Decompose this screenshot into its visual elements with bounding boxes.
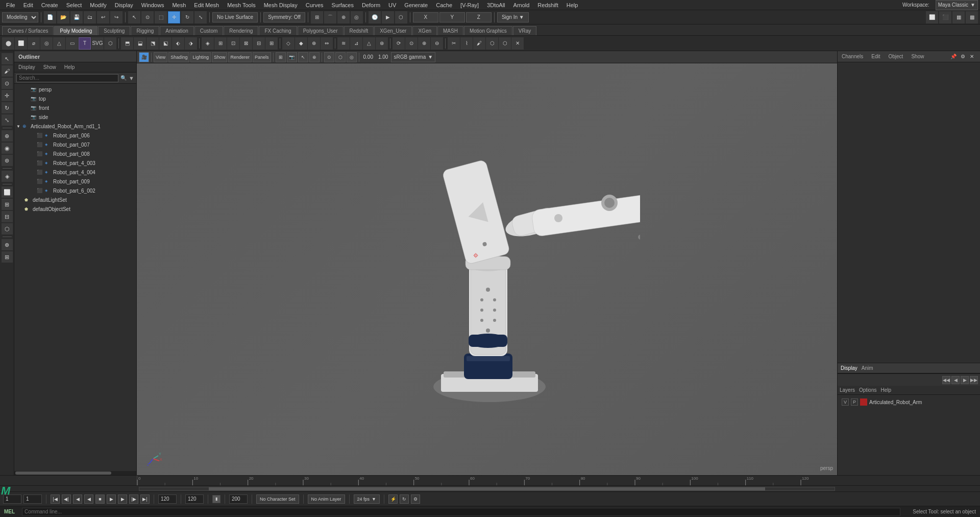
menu-windows[interactable]: Windows	[137, 0, 168, 10]
lasso-mode-btn[interactable]: ⊙	[2, 78, 13, 89]
tab-vray[interactable]: VRay	[513, 26, 536, 35]
vt-grid-btn[interactable]: ⊞	[276, 52, 286, 62]
rb-anim-tab[interactable]: Anim	[862, 365, 873, 371]
go-to-end-btn[interactable]: ▶|	[140, 495, 150, 504]
menu-mesh-display[interactable]: Mesh Display	[260, 0, 302, 10]
outliner-item-robot-007[interactable]: ⬛ ◈ Robot_part_007	[14, 140, 136, 149]
connection-editor-btn[interactable]: ⊞	[2, 251, 13, 263]
rotate-mode-btn[interactable]: ↻	[2, 102, 13, 113]
shelf-extrude[interactable]: ⬒	[121, 37, 133, 50]
shelf-free-form[interactable]: ⬡	[104, 37, 116, 50]
tab-rendering[interactable]: Rendering	[224, 26, 258, 35]
viewport-canvas[interactable]: persp Y X Z	[137, 63, 837, 475]
vt-lighting-menu[interactable]: Lighting	[190, 52, 211, 62]
shelf-cube[interactable]: ⬜	[15, 37, 27, 50]
outliner-item-robot-4003[interactable]: ⬛ ◈ Robot_part_4_003	[14, 158, 136, 168]
vt-wireframe-btn[interactable]: ⬡	[335, 52, 346, 62]
frame-end1-field[interactable]	[158, 495, 177, 504]
snap-point-btn[interactable]: ⊕	[337, 11, 350, 24]
timeline-scroll[interactable]	[0, 485, 980, 491]
select-tool-btn[interactable]: ↖	[128, 11, 140, 24]
shelf-extra-3[interactable]: ✕	[511, 37, 524, 50]
vt-renderer-menu[interactable]: Renderer	[228, 52, 252, 62]
rb-display-tab[interactable]: Display	[841, 365, 857, 371]
menu-select[interactable]: Select	[62, 0, 86, 10]
tab-mash[interactable]: MASH	[437, 26, 463, 35]
tab-curves-surfaces[interactable]: Curves / Surfaces	[2, 26, 54, 35]
rotate-btn[interactable]: ↻	[181, 11, 193, 24]
outliner-item-persp[interactable]: 📷 persp	[14, 85, 136, 94]
command-line-input[interactable]	[22, 508, 900, 516]
go-to-start-btn[interactable]: |◀	[51, 495, 60, 504]
shelf-bevel[interactable]: ◈	[202, 37, 214, 50]
shelf-insert-loop[interactable]: ⊟	[253, 37, 265, 50]
outliner-search-input[interactable]	[16, 74, 118, 82]
stop-btn[interactable]: ■	[95, 495, 105, 504]
rp-settings-btn[interactable]: ⚙	[959, 53, 967, 61]
shelf-fill-hole[interactable]: ⬕	[159, 37, 172, 50]
scale-mode-btn[interactable]: ⤡	[2, 114, 13, 126]
shelf-crease[interactable]: ⌇	[460, 37, 473, 50]
menu-modify[interactable]: Modify	[86, 0, 110, 10]
outliner-item-robot-arm[interactable]: ▼ ⊕ Articulated_Robot_Arm_nd1_1	[14, 122, 136, 131]
vt-panels-menu[interactable]: Panels	[253, 52, 271, 62]
frame-current-field[interactable]	[23, 495, 42, 504]
shelf-cylinder[interactable]: ⌀	[28, 37, 40, 50]
menu-curves[interactable]: Curves	[302, 0, 328, 10]
menu-vray-toggle[interactable]: [V-Ray]	[456, 0, 483, 10]
menu-cache[interactable]: Cache	[432, 0, 456, 10]
vt-cam-btn[interactable]: 🎥	[139, 52, 149, 62]
menu-create[interactable]: Create	[37, 0, 62, 10]
snap-curve-btn[interactable]: ⌒	[324, 11, 336, 24]
rb2-options-tab[interactable]: Options	[859, 387, 876, 393]
outliner-item-robot-008[interactable]: ⬛ ◈ Robot_part_008	[14, 149, 136, 158]
z-field[interactable]: Z	[466, 12, 492, 22]
menu-redshift[interactable]: Redshift	[533, 0, 562, 10]
tab-motion-graphics[interactable]: Motion Graphics	[464, 26, 512, 35]
panel-toggle-4[interactable]: ▩	[966, 11, 978, 24]
vt-shading-menu[interactable]: Shading	[168, 52, 189, 62]
outliner-tab-show[interactable]: Show	[39, 62, 60, 73]
layout-btn-1[interactable]: ⬜	[2, 186, 13, 198]
frame-end2-field[interactable]	[185, 495, 204, 504]
vt-snap-btn[interactable]: ⊕	[309, 52, 320, 62]
shelf-retopo[interactable]: ⊛	[376, 37, 388, 50]
menu-arnold[interactable]: Arnold	[509, 0, 534, 10]
shelf-merge[interactable]: ⊡	[227, 37, 239, 50]
tab-animation[interactable]: Animation	[160, 26, 193, 35]
attr-editor-btn[interactable]: ⊕	[2, 239, 13, 250]
prefs-btn[interactable]: ⚙	[411, 495, 420, 504]
next-key-btn[interactable]: ▶	[118, 495, 127, 504]
play-fwd-btn[interactable]: ▶	[107, 495, 116, 504]
menu-mesh[interactable]: Mesh	[168, 0, 190, 10]
mode-select[interactable]: Modeling	[2, 12, 38, 22]
no-anim-layer-btn[interactable]: No Anim Layer	[308, 495, 345, 504]
vt-show-menu[interactable]: Show	[212, 52, 228, 62]
shelf-split[interactable]: ⊠	[240, 37, 252, 50]
shelf-boolean[interactable]: ⊕	[308, 37, 320, 50]
menu-mesh-tools[interactable]: Mesh Tools	[223, 0, 259, 10]
layer-nav-next-next[interactable]: ▶▶	[970, 376, 978, 384]
outliner-item-robot-6002[interactable]: ⬛ ◈ Robot_part_6_002	[14, 186, 136, 195]
menu-uv[interactable]: UV	[384, 0, 400, 10]
render-btn[interactable]: ▶	[382, 11, 394, 24]
shelf-text[interactable]: T	[79, 37, 91, 50]
menu-edit-mesh[interactable]: Edit Mesh	[190, 0, 223, 10]
shelf-svg[interactable]: SVG	[91, 37, 104, 50]
outliner-item-robot-006[interactable]: ⬛ ◈ Robot_part_006	[14, 131, 136, 140]
outliner-tab-display[interactable]: Display	[14, 62, 39, 73]
live-surface-btn[interactable]: No Live Surface	[212, 12, 258, 22]
paint-sel-btn[interactable]: ⬚	[155, 11, 167, 24]
snap-btn[interactable]: ⊕	[2, 130, 13, 142]
outliner-tab-help[interactable]: Help	[60, 62, 79, 73]
vt-isolate-btn[interactable]: ⊙	[324, 52, 334, 62]
shelf-extra-1[interactable]: ⬡	[486, 37, 498, 50]
rb2-layers-tab[interactable]: Layers	[840, 387, 855, 393]
shelf-extra-2[interactable]: ⬡	[499, 37, 511, 50]
shelf-poke[interactable]: ⬖	[172, 37, 184, 50]
rh-channels-tab[interactable]: Channels	[842, 54, 863, 59]
snap-surface-btn[interactable]: ◎	[351, 11, 363, 24]
open-file-btn[interactable]: 📂	[57, 11, 69, 24]
outliner-hscroll[interactable]	[14, 471, 136, 475]
step-fwd-btn[interactable]: |▶	[129, 495, 138, 504]
